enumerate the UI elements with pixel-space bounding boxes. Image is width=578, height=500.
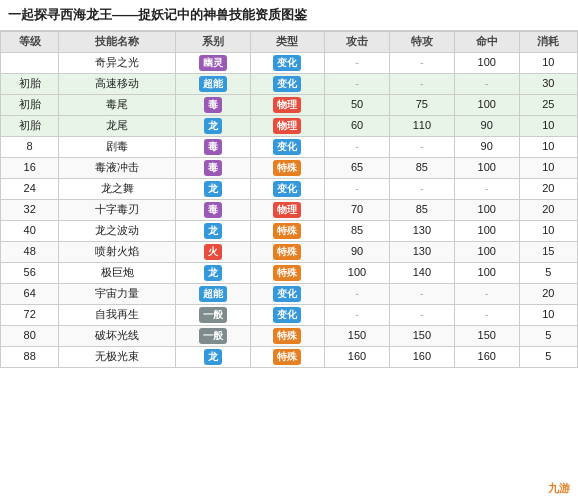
table-cell: 龙 xyxy=(176,115,251,136)
table-cell: 24 xyxy=(1,178,59,199)
header-spatk: 特攻 xyxy=(389,32,454,52)
table-cell: 奇异之光 xyxy=(59,52,176,73)
table-cell: 一般 xyxy=(176,304,251,325)
title-bar: 一起探寻西海龙王——捉妖记中的神兽技能资质图鉴 xyxy=(0,0,578,31)
table-cell: 龙 xyxy=(176,178,251,199)
table-cell xyxy=(1,52,59,73)
table-cell: 16 xyxy=(1,157,59,178)
table-row: 56极巨炮龙特殊1001401005 xyxy=(1,262,578,283)
table-cell: 10 xyxy=(519,52,577,73)
logo-badge: 九游 xyxy=(548,481,570,496)
table-cell: 高速移动 xyxy=(59,73,176,94)
table-cell: 喷射火焰 xyxy=(59,241,176,262)
table-cell: 特殊 xyxy=(250,325,325,346)
header-atk: 攻击 xyxy=(325,32,390,52)
table-cell: 剧毒 xyxy=(59,136,176,157)
table-row: 24龙之舞龙变化---20 xyxy=(1,178,578,199)
table-cell: 十字毒刃 xyxy=(59,199,176,220)
skills-table: 等级 技能名称 系别 类型 攻击 特攻 命中 消耗 奇异之光幽灵变化--1001… xyxy=(0,31,578,367)
header-cost: 消耗 xyxy=(519,32,577,52)
table-row: 64宇宙力量超能变化---20 xyxy=(1,283,578,304)
table-cell: 90 xyxy=(454,136,519,157)
table-cell: 130 xyxy=(389,241,454,262)
table-cell: 110 xyxy=(389,115,454,136)
table-cell: 初胎 xyxy=(1,115,59,136)
table-cell: 5 xyxy=(519,346,577,367)
table-cell: 毒 xyxy=(176,157,251,178)
table-container: 等级 技能名称 系别 类型 攻击 特攻 命中 消耗 奇异之光幽灵变化--1001… xyxy=(0,31,578,500)
table-row: 80破坏光线一般特殊1501501505 xyxy=(1,325,578,346)
table-cell: - xyxy=(325,73,390,94)
table-cell: 140 xyxy=(389,262,454,283)
table-cell: 100 xyxy=(454,157,519,178)
table-cell: 物理 xyxy=(250,94,325,115)
table-cell: 龙尾 xyxy=(59,115,176,136)
table-cell: 64 xyxy=(1,283,59,304)
table-row: 8剧毒毒变化--9010 xyxy=(1,136,578,157)
table-cell: - xyxy=(454,283,519,304)
table-cell: - xyxy=(325,178,390,199)
table-cell: 50 xyxy=(325,94,390,115)
table-cell: 5 xyxy=(519,325,577,346)
table-cell: 40 xyxy=(1,220,59,241)
table-cell: 龙 xyxy=(176,262,251,283)
table-cell: 8 xyxy=(1,136,59,157)
table-cell: 70 xyxy=(325,199,390,220)
table-cell: 60 xyxy=(325,115,390,136)
table-cell: 100 xyxy=(454,52,519,73)
table-cell: - xyxy=(454,178,519,199)
table-cell: 特殊 xyxy=(250,346,325,367)
table-cell: 100 xyxy=(454,94,519,115)
table-cell: 15 xyxy=(519,241,577,262)
table-cell: 变化 xyxy=(250,304,325,325)
table-cell: 毒 xyxy=(176,136,251,157)
table-cell: 毒 xyxy=(176,199,251,220)
table-row: 初胎毒尾毒物理507510025 xyxy=(1,94,578,115)
table-cell: 特殊 xyxy=(250,220,325,241)
table-cell: 20 xyxy=(519,283,577,304)
table-cell: 48 xyxy=(1,241,59,262)
table-cell: 56 xyxy=(1,262,59,283)
table-cell: - xyxy=(389,283,454,304)
table-cell: - xyxy=(325,136,390,157)
table-cell: - xyxy=(454,73,519,94)
table-cell: 毒尾 xyxy=(59,94,176,115)
table-cell: 毒 xyxy=(176,94,251,115)
table-cell: 10 xyxy=(519,157,577,178)
table-row: 初胎龙尾龙物理601109010 xyxy=(1,115,578,136)
table-cell: 一般 xyxy=(176,325,251,346)
table-cell: 100 xyxy=(454,262,519,283)
table-cell: 幽灵 xyxy=(176,52,251,73)
table-cell: - xyxy=(325,52,390,73)
table-cell: 30 xyxy=(519,73,577,94)
table-cell: - xyxy=(454,304,519,325)
table-cell: 100 xyxy=(454,241,519,262)
table-cell: 100 xyxy=(454,199,519,220)
table-cell: 极巨炮 xyxy=(59,262,176,283)
table-cell: 火 xyxy=(176,241,251,262)
table-cell: 龙之舞 xyxy=(59,178,176,199)
table-cell: 150 xyxy=(325,325,390,346)
table-row: 32十字毒刃毒物理708510020 xyxy=(1,199,578,220)
table-cell: 超能 xyxy=(176,283,251,304)
table-cell: 宇宙力量 xyxy=(59,283,176,304)
table-cell: 变化 xyxy=(250,52,325,73)
table-cell: 超能 xyxy=(176,73,251,94)
header-level: 等级 xyxy=(1,32,59,52)
table-cell: 72 xyxy=(1,304,59,325)
header-hit: 命中 xyxy=(454,32,519,52)
table-cell: 65 xyxy=(325,157,390,178)
page-title: 一起探寻西海龙王——捉妖记中的神兽技能资质图鉴 xyxy=(8,7,307,22)
table-cell: 龙之波动 xyxy=(59,220,176,241)
header-type2: 类型 xyxy=(250,32,325,52)
table-row: 40龙之波动龙特殊8513010010 xyxy=(1,220,578,241)
table-cell: 特殊 xyxy=(250,262,325,283)
table-cell: 物理 xyxy=(250,115,325,136)
table-cell: 5 xyxy=(519,262,577,283)
table-header-row: 等级 技能名称 系别 类型 攻击 特攻 命中 消耗 xyxy=(1,32,578,52)
table-cell: - xyxy=(389,73,454,94)
page-wrapper: 一起探寻西海龙王——捉妖记中的神兽技能资质图鉴 等级 技能名称 系别 类型 xyxy=(0,0,578,500)
table-cell: 88 xyxy=(1,346,59,367)
table-cell: 变化 xyxy=(250,136,325,157)
table-cell: 初胎 xyxy=(1,94,59,115)
